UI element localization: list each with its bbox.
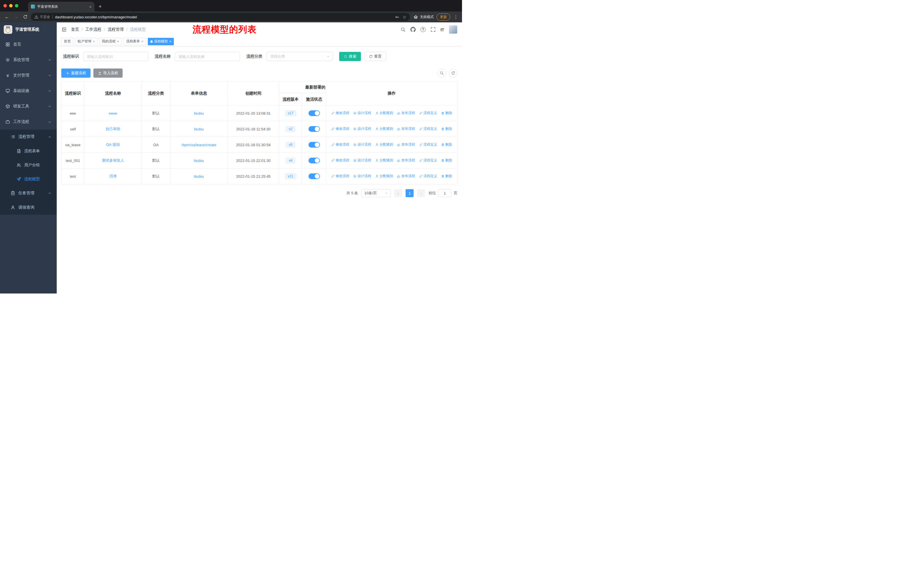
action-delete[interactable]: 删除 [441,111,452,116]
form-info-link[interactable]: biubiu [194,159,204,163]
action-process-definition[interactable]: 流程定义 [419,142,437,147]
goto-page-input[interactable] [438,189,451,197]
tag-my-process[interactable]: 我的流程 × [99,38,122,45]
forward-button[interactable]: → [13,15,20,19]
font-size-icon[interactable]: tT [441,27,444,32]
process-name-link[interactable]: 测试多审批人 [102,158,124,162]
tag-home[interactable]: 首页 [61,38,73,45]
tag-process-model[interactable]: 流程模型 × [148,38,174,45]
action-design-process[interactable]: 设计流程 [353,158,371,163]
back-button[interactable]: ← [3,15,10,19]
next-page-button[interactable]: › [417,189,425,197]
address-bar[interactable]: 不安全 dashboard.yudao.iocoder.cn/bpm/manag… [31,13,410,21]
github-icon[interactable] [411,27,416,32]
version-tag[interactable]: v21 [285,174,296,179]
new-tab-button[interactable]: + [94,2,106,12]
version-tag[interactable]: v2 [286,126,295,132]
action-delete[interactable]: 删除 [441,126,452,131]
action-assign-rules[interactable]: 分配规则 [375,174,393,179]
form-info-link[interactable]: biubiu [194,127,204,131]
sidebar-item-process-form[interactable]: 流程表单 [0,144,57,158]
sidebar-item-devtools[interactable]: 研发工具 [0,99,57,114]
action-design-process[interactable]: 设计流程 [353,142,371,147]
action-process-definition[interactable]: 流程定义 [419,158,437,163]
sidebar-item-process-model[interactable]: 流程模型 [0,172,57,186]
refresh-table-button[interactable] [449,69,457,78]
action-edit-process[interactable]: 修改流程 [331,174,349,179]
create-process-button[interactable]: 新建流程 [61,68,91,78]
tag-close-icon[interactable]: × [117,40,119,43]
sidebar-item-leave-query[interactable]: 请假查询 [0,200,57,215]
action-process-definition[interactable]: 流程定义 [419,111,437,116]
sidebar-item-pay[interactable]: ¥ 支付管理 [0,68,57,83]
password-key-icon[interactable] [395,15,399,19]
process-name-link[interactable]: eeee [109,111,117,116]
sidebar-item-infra[interactable]: 基础设施 [0,83,57,99]
active-toggle[interactable] [309,126,320,132]
tag-process-form[interactable]: 流程表单 × [124,38,146,45]
search-button[interactable]: 搜索 [339,52,361,61]
breadcrumb-home[interactable]: 首页 [71,27,79,32]
form-info-link[interactable]: biubiu [194,111,204,116]
action-assign-rules[interactable]: 分配规则 [375,111,393,116]
form-info-link[interactable]: biubiu [194,174,204,179]
reload-button[interactable] [22,15,29,19]
action-delete[interactable]: 删除 [441,142,452,147]
sidebar-item-workflow[interactable]: 工作流程 [0,114,57,129]
process-name-link[interactable]: 滔博 [109,174,117,178]
page-size-select[interactable]: 10条/页 [361,189,391,197]
action-edit-process[interactable]: 修改流程 [331,142,349,147]
action-design-process[interactable]: 设计流程 [353,111,371,116]
help-icon[interactable]: ? [421,27,426,32]
action-delete[interactable]: 删除 [441,158,452,163]
close-window-button[interactable] [3,4,7,7]
active-toggle[interactable] [309,142,320,147]
version-tag[interactable]: v5 [286,142,295,147]
active-toggle[interactable] [309,174,320,179]
action-edit-process[interactable]: 修改流程 [331,158,349,163]
tag-tenant-mgmt[interactable]: 租户管理 × [75,38,98,45]
action-process-definition[interactable]: 流程定义 [419,126,437,131]
action-publish-process[interactable]: 发布流程 [397,174,415,179]
user-avatar[interactable] [449,25,457,34]
tag-close-icon[interactable]: × [141,40,144,43]
process-name-input[interactable] [175,52,240,61]
action-publish-process[interactable]: 发布流程 [397,142,415,147]
action-assign-rules[interactable]: 分配规则 [375,126,393,131]
version-tag[interactable]: v17 [285,110,296,116]
action-process-definition[interactable]: 流程定义 [419,174,437,179]
tag-close-icon[interactable]: × [93,40,95,43]
action-design-process[interactable]: 设计流程 [353,174,371,179]
security-chip[interactable]: 不安全 [35,15,50,20]
browser-menu-icon[interactable]: ⋮ [453,14,459,20]
category-select[interactable]: 流程分类 [266,52,333,61]
process-id-input[interactable] [83,52,148,61]
sidebar-item-task-mgmt[interactable]: 任务管理 [0,186,57,200]
active-toggle[interactable] [309,110,320,116]
action-design-process[interactable]: 设计流程 [353,126,371,131]
zoom-window-button[interactable] [15,4,18,7]
search-icon[interactable] [401,27,406,32]
fullscreen-icon[interactable] [431,27,436,32]
action-edit-process[interactable]: 修改流程 [331,111,349,116]
tab-close-icon[interactable]: × [89,5,92,9]
process-name-link[interactable]: OA 请假 [106,142,120,147]
sidebar-logo[interactable]: 芋道管理系统 [0,22,57,37]
update-button[interactable]: 更新 [437,13,450,21]
import-process-button[interactable]: 导入流程 [93,68,122,78]
process-name-link[interactable]: 自己审批 [106,127,120,131]
action-publish-process[interactable]: 发布流程 [397,126,415,131]
toggle-search-button[interactable] [437,69,446,78]
breadcrumb-workflow[interactable]: 工作流程 [85,27,101,32]
action-publish-process[interactable]: 发布流程 [397,158,415,163]
action-publish-process[interactable]: 发布流程 [397,111,415,116]
sidebar-item-system[interactable]: 系统管理 [0,52,57,68]
action-assign-rules[interactable]: 分配规则 [375,142,393,147]
form-info-link[interactable]: /bpm/oa/leave/create [182,143,216,147]
breadcrumb-process-mgmt[interactable]: 流程管理 [108,27,124,32]
prev-page-button[interactable]: ‹ [394,189,402,197]
action-edit-process[interactable]: 修改流程 [331,126,349,131]
active-toggle[interactable] [309,158,320,164]
action-assign-rules[interactable]: 分配规则 [375,158,393,163]
current-page-button[interactable]: 1 [406,189,414,197]
